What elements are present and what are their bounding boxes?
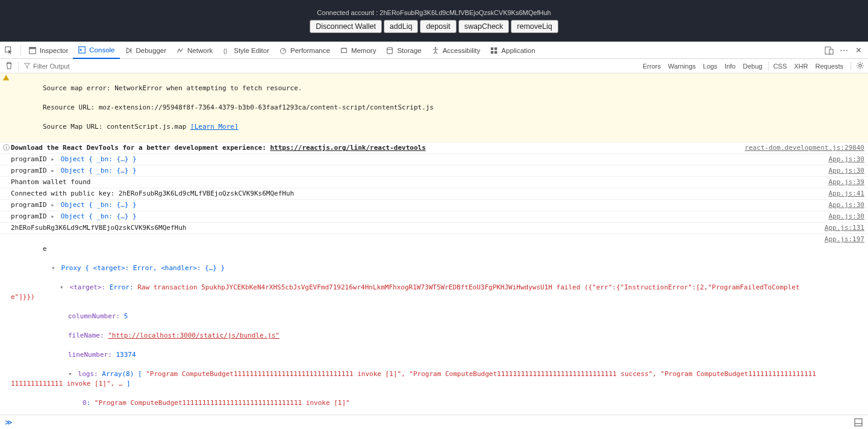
devtools-panel: Inspector Console Debugger Network {}Sty… <box>0 42 868 429</box>
tab-network[interactable]: Network <box>171 42 217 58</box>
app-button-row: Disconnect Wallet addLiq deposit swapChe… <box>310 20 558 33</box>
react-devtools-link[interactable]: https://reactjs.org/link/react-devtools <box>270 144 425 152</box>
source-link[interactable]: App.js:30 <box>821 211 864 222</box>
app-header: Connected account : 2hERoFsubRg3K6Ld9cML… <box>0 0 868 42</box>
learn-more-link[interactable]: [Learn More] <box>190 123 238 131</box>
source-link[interactable]: react-dom.development.js:29840 <box>737 143 864 153</box>
filter-output-input[interactable] <box>33 63 154 70</box>
tab-style-editor[interactable]: {}Style Editor <box>217 42 274 58</box>
filter-warnings[interactable]: Warnings <box>664 61 699 71</box>
filter-requests[interactable]: Requests <box>812 61 847 71</box>
tab-performance[interactable]: Performance <box>274 42 335 58</box>
info-icon: ⓘ <box>3 143 10 153</box>
log-line: Connected with public key: 2hERoFsubRg3K… <box>0 188 868 200</box>
filter-xhr[interactable]: XHR <box>790 61 811 71</box>
svg-rect-8 <box>342 48 347 52</box>
filter-icon <box>22 62 33 70</box>
log-line: 2hERoFsubRg3K6Ld9cMLfVBEjoQzskCVK9Ks6MQe… <box>0 223 868 234</box>
source-link[interactable]: App.js:30 <box>821 200 864 211</box>
filter-debug[interactable]: Debug <box>739 61 766 71</box>
source-link[interactable]: App.js:30 <box>821 165 864 176</box>
expand-icon[interactable]: ▸ <box>51 212 57 221</box>
log-line: programID ▸ Object { _bn: {…} } App.js:3… <box>0 154 868 165</box>
svg-rect-15 <box>495 47 497 49</box>
log-info: ⓘ Download the React DevTools for a bett… <box>0 143 868 154</box>
tab-application[interactable]: Application <box>485 42 540 58</box>
console-output[interactable]: Source map error: NetworkError when atte… <box>0 73 868 415</box>
svg-rect-17 <box>495 51 497 53</box>
log-line: programID ▸ Object { _bn: {…} } App.js:3… <box>0 165 868 177</box>
tab-storage[interactable]: Storage <box>381 42 426 58</box>
svg-rect-2 <box>30 47 36 49</box>
addliq-button[interactable]: addLiq <box>384 20 419 33</box>
responsive-design-icon[interactable] <box>825 46 834 55</box>
tab-inspector[interactable]: Inspector <box>23 42 73 58</box>
connected-account-label: Connected account : 2hERoFsubRg3K6Ld9cML… <box>317 9 551 16</box>
collapse-icon[interactable]: ▾ <box>60 283 66 292</box>
source-link[interactable]: App.js:131 <box>817 223 864 233</box>
filter-info[interactable]: Info <box>721 61 739 71</box>
tab-debugger[interactable]: Debugger <box>120 42 172 58</box>
filter-logs[interactable]: Logs <box>699 61 721 71</box>
svg-line-7 <box>283 49 285 51</box>
console-settings-icon[interactable] <box>852 61 868 71</box>
deposit-button[interactable]: deposit <box>420 20 456 33</box>
pick-element-button[interactable] <box>0 42 18 58</box>
console-input-bar[interactable]: ≫ <box>0 415 868 429</box>
disconnect-wallet-button[interactable]: Disconnect Wallet <box>310 20 382 33</box>
warning-icon <box>2 74 10 81</box>
source-link[interactable]: App.js:197 <box>817 234 864 415</box>
tab-console[interactable]: Console <box>73 43 119 59</box>
tab-accessibility[interactable]: Accessibility <box>426 42 486 58</box>
svg-rect-16 <box>491 51 493 53</box>
filter-css[interactable]: CSS <box>768 61 791 71</box>
svg-rect-21 <box>855 419 862 426</box>
svg-text:{}: {} <box>223 47 228 54</box>
prompt-indicator: ≫ <box>5 418 13 427</box>
svg-point-12 <box>387 47 393 49</box>
svg-point-20 <box>859 64 861 66</box>
close-devtools-icon[interactable]: ✕ <box>854 46 863 55</box>
expand-icon[interactable]: ▸ <box>51 166 57 176</box>
svg-rect-14 <box>491 47 493 49</box>
swapcheck-button[interactable]: swapCheck <box>458 20 510 33</box>
console-filter-bar: Errors Warnings Logs Info Debug CSS XHR … <box>0 59 868 73</box>
filter-errors[interactable]: Errors <box>639 61 664 71</box>
more-tools-icon[interactable]: ⋯ <box>839 46 849 55</box>
source-link[interactable]: App.js:30 <box>821 154 864 165</box>
svg-point-13 <box>434 47 436 49</box>
collapse-icon[interactable]: ▾ <box>68 369 74 379</box>
log-line: Phantom wallet found App.js:39 <box>0 177 868 188</box>
log-line: e ▾ Proxy { <target>: Error, <handler>: … <box>0 234 868 415</box>
removeliq-button[interactable]: removeLiq <box>511 20 558 33</box>
log-line: programID ▸ Object { _bn: {…} } App.js:3… <box>0 211 868 223</box>
source-link[interactable]: App.js:41 <box>821 188 864 199</box>
svg-rect-19 <box>829 49 833 54</box>
tab-memory[interactable]: Memory <box>335 42 381 58</box>
expand-icon[interactable]: ▸ <box>51 155 57 164</box>
split-console-icon[interactable] <box>854 418 863 427</box>
log-line: programID ▸ Object { _bn: {…} } App.js:3… <box>0 200 868 211</box>
clear-console-icon[interactable] <box>0 61 18 71</box>
source-link[interactable]: App.js:39 <box>821 177 864 188</box>
log-warning: Source map error: NetworkError when atte… <box>0 73 868 143</box>
expand-icon[interactable]: ▸ <box>51 200 57 210</box>
collapse-icon[interactable]: ▾ <box>51 264 57 273</box>
devtools-tabs: Inspector Console Debugger Network {}Sty… <box>0 42 868 59</box>
